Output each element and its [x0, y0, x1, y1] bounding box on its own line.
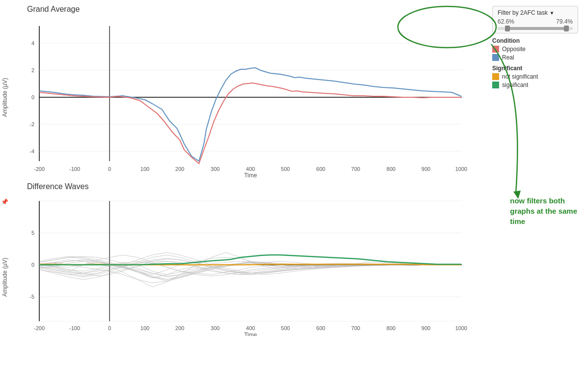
svg-text:600: 600: [316, 325, 325, 331]
svg-text:700: 700: [351, 166, 360, 172]
top-y-axis-label: Amplitude (µV): [0, 16, 10, 178]
filter-slider-track[interactable]: [498, 27, 573, 30]
svg-text:1000: 1000: [455, 325, 467, 331]
svg-text:-2: -2: [29, 121, 34, 127]
svg-text:300: 300: [211, 166, 220, 172]
annotation-text: now filters both graphs at the same time: [510, 196, 577, 226]
svg-text:900: 900: [421, 166, 430, 172]
svg-text:500: 500: [281, 325, 290, 331]
filter-icon: ▼: [549, 10, 554, 16]
significant-label: significant: [502, 82, 528, 88]
legend-panel: Filter by 2AFC task ▼ 62.6% 79.4% Condit…: [492, 6, 578, 90]
svg-text:2: 2: [31, 67, 34, 73]
svg-text:800: 800: [387, 325, 395, 331]
opposite-label: Opposite: [502, 46, 526, 53]
significant-heading: Significant: [492, 65, 578, 72]
svg-text:Time: Time: [244, 172, 257, 178]
svg-text:-100: -100: [69, 325, 80, 331]
filter-slider-thumb-right[interactable]: [564, 26, 569, 31]
svg-text:400: 400: [246, 166, 255, 172]
svg-text:900: 900: [421, 325, 430, 331]
svg-text:-4: -4: [29, 148, 34, 154]
svg-text:500: 500: [281, 166, 290, 172]
significant-legend: Significant not significant significant: [492, 65, 578, 88]
svg-text:100: 100: [140, 325, 149, 331]
real-color: [492, 54, 499, 61]
svg-text:0: 0: [108, 325, 111, 331]
svg-text:0: 0: [31, 94, 34, 100]
svg-text:-100: -100: [69, 166, 80, 172]
svg-text:1000: 1000: [455, 166, 467, 172]
filter-title: Filter by 2AFC task ▼: [498, 9, 573, 16]
svg-text:300: 300: [211, 325, 220, 331]
svg-text:-200: -200: [34, 325, 45, 331]
svg-text:Time: Time: [244, 332, 257, 336]
real-label: Real: [502, 54, 514, 61]
svg-text:5: 5: [31, 230, 34, 236]
filter-slider-fill: [505, 27, 569, 30]
significant-color: [492, 82, 499, 88]
legend-item-opposite: Opposite: [492, 46, 578, 53]
svg-text:0: 0: [108, 166, 111, 172]
legend-item-not-significant: not significant: [492, 73, 578, 80]
svg-text:200: 200: [175, 325, 184, 331]
condition-heading: Condition: [492, 37, 578, 44]
svg-text:-5: -5: [29, 294, 34, 300]
svg-text:700: 700: [351, 325, 360, 331]
not-significant-color: [492, 73, 499, 80]
svg-text:200: 200: [175, 166, 184, 172]
svg-text:-200: -200: [34, 166, 45, 172]
legend-item-significant: significant: [492, 82, 578, 88]
legend-item-real: Real: [492, 54, 578, 61]
bottom-chart-title: Difference Waves: [27, 182, 588, 191]
bottom-chart-svg: 5 0 -5 -200 -100 0 100 200 300 400 500 6…: [10, 194, 481, 336]
bottom-y-axis-label: Amplitude (µV): [0, 203, 10, 351]
opposite-color: [492, 46, 499, 53]
filter-slider-thumb-left[interactable]: [505, 26, 510, 31]
top-chart-svg: 4 2 0 -2 -4 -200 -100 0 100 200 300 400: [10, 16, 481, 178]
svg-text:100: 100: [140, 166, 149, 172]
svg-text:800: 800: [387, 166, 395, 172]
svg-text:600: 600: [316, 166, 325, 172]
svg-text:0: 0: [31, 262, 34, 268]
not-significant-label: not significant: [502, 73, 538, 80]
bottom-chart-area: 5 0 -5 -200 -100 0 100 200 300 400 500 6…: [10, 194, 588, 351]
filter-value-right: 79.4%: [556, 18, 573, 25]
condition-legend: Condition Opposite Real: [492, 37, 578, 61]
svg-text:4: 4: [31, 40, 34, 46]
svg-text:400: 400: [246, 325, 255, 331]
filter-value-left: 62.6%: [498, 18, 514, 25]
filter-box[interactable]: Filter by 2AFC task ▼ 62.6% 79.4%: [492, 6, 578, 33]
